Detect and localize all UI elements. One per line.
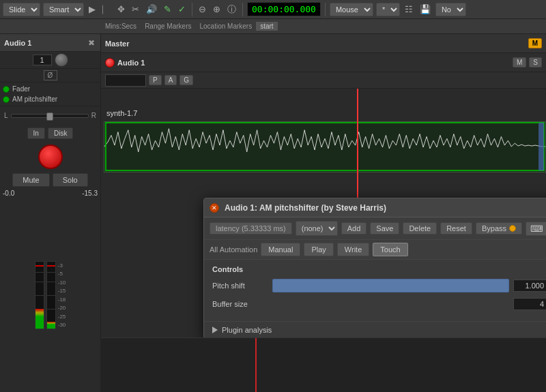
plugin-titlebar: ✕ Audio 1: AM pitchshifter (by Steve Har… — [204, 198, 546, 217]
buffer-size-value[interactable]: 4 — [513, 298, 546, 310]
tick-minus30: -30 — [58, 322, 66, 328]
mins-secs-label: Mins:Secs — [101, 22, 141, 30]
bottom-area — [101, 337, 546, 392]
in-button[interactable]: In — [27, 127, 45, 139]
channel-knob[interactable] — [55, 53, 68, 67]
right-area: Master M Audio 1 M S P A G synth-1.7 — [101, 34, 546, 392]
no-select[interactable]: No — [435, 3, 466, 16]
speaker-icon[interactable]: 🔊 — [144, 3, 159, 16]
record-button[interactable] — [38, 145, 63, 169]
r-label: R — [91, 112, 96, 119]
mode-select[interactable]: Slide — [3, 3, 40, 16]
vu-meter-left — [35, 261, 44, 329]
info-icon[interactable]: ⓘ — [225, 2, 238, 17]
left-sidebar: Audio 1 ✖ 1 Ø Fader AM pitchshifter L — [0, 34, 101, 392]
audio1-fader-input[interactable] — [105, 74, 146, 87]
pitch-shift-value[interactable]: 1.000 — [513, 280, 546, 292]
lr-thumb[interactable] — [46, 112, 53, 121]
fader-led[interactable] — [3, 86, 10, 93]
delete-button[interactable]: Delete — [403, 222, 437, 235]
pitch-shift-slider[interactable] — [272, 279, 509, 292]
pencil-icon[interactable]: ✎ — [162, 3, 173, 16]
audio1-track-row: Audio 1 M S — [101, 53, 546, 72]
db-display: -0.0 -15.3 — [0, 188, 100, 198]
solo-button[interactable]: Solo — [53, 173, 88, 187]
channel-title: Audio 1 — [4, 39, 31, 47]
automation-row: All Automation Manual Play Write Touch — [204, 240, 546, 260]
buffer-size-label: Buffer size — [212, 300, 267, 308]
tick-minus20: -20 — [58, 305, 66, 311]
plugin-toolbar: latency (5.33333 ms) (none) Add Save Del… — [204, 217, 546, 240]
plugin-close-button[interactable]: ✕ — [210, 203, 219, 213]
bottom-playhead — [255, 338, 257, 392]
lr-track[interactable] — [11, 114, 89, 118]
mute-solo-controls: Mute Solo — [0, 173, 100, 187]
plugin-slots: Fader AM pitchshifter — [0, 82, 100, 106]
phase-button[interactable]: Ø — [44, 70, 57, 80]
fader-plugin-name[interactable]: Fader — [12, 85, 30, 93]
audio1-p-button[interactable]: P — [149, 75, 162, 85]
pitchshifter-plugin-name[interactable]: AM pitchshifter — [12, 95, 57, 103]
cut-icon[interactable]: ✂ — [130, 3, 141, 16]
keyboard-icon-button[interactable]: ⌨ — [526, 222, 546, 236]
channel-number: 1 — [33, 55, 52, 65]
audio1-m-button[interactable]: M — [513, 57, 526, 67]
disk-button[interactable]: Disk — [48, 127, 73, 139]
db-right-value: -15.3 — [82, 190, 98, 197]
minus-circle-icon[interactable]: ⊖ — [197, 3, 208, 16]
channel-close-btn[interactable]: ✖ — [87, 38, 96, 48]
plus-circle-icon[interactable]: ⊕ — [211, 3, 222, 16]
add-button[interactable]: Add — [341, 222, 367, 235]
separator-2 — [242, 3, 243, 16]
save-icon[interactable]: 💾 — [418, 3, 433, 16]
buffer-size-row: Buffer size 4 Manual — [212, 298, 546, 310]
top-toolbar: Slide Smart ▶ ⎸ ✥ ✂ 🔊 ✎ ✓ ⊖ ⊕ ⓘ 00:00:00… — [0, 0, 546, 19]
range-markers-label: Range Markers — [141, 22, 195, 30]
clip-name: synth-1.7 — [106, 109, 137, 117]
waveform-clip[interactable]: synth-1.7 — [104, 109, 546, 164]
pitch-shift-row: Pitch shift 1.000 Manual — [212, 279, 546, 292]
audio1-rec-led[interactable] — [105, 58, 115, 67]
master-m-button[interactable]: M — [528, 38, 542, 48]
pitch-shift-label: Pitch shift — [212, 282, 267, 290]
time-display: 00:00:00.000 — [247, 2, 321, 16]
master-label: Master — [105, 40, 524, 48]
star-select[interactable]: * — [376, 3, 400, 16]
main-layout: Audio 1 ✖ 1 Ø Fader AM pitchshifter L — [0, 34, 546, 392]
grid-icon[interactable]: ☷ — [403, 3, 415, 16]
mouse-mode-select[interactable]: Mouse — [330, 3, 373, 16]
manual-automation-btn[interactable]: Manual — [261, 243, 300, 256]
plugin-analysis-row[interactable]: Plugin analysis — [204, 321, 546, 337]
save-button[interactable]: Save — [370, 222, 399, 235]
buffer-size-container: 4 — [272, 298, 546, 310]
plugin-fader-item: Fader — [3, 84, 98, 94]
db-left-value: -0.0 — [3, 190, 14, 197]
mute-button[interactable]: Mute — [12, 173, 49, 187]
plugin-pitchshifter-item: AM pitchshifter — [3, 94, 98, 104]
channel-header: Audio 1 ✖ — [0, 34, 100, 52]
reset-button[interactable]: Reset — [440, 222, 472, 235]
tick-minus18: -18 — [58, 297, 66, 303]
checkmark-icon[interactable]: ✓ — [176, 3, 188, 16]
range-icon[interactable]: ⎸ — [100, 3, 113, 16]
preset-dropdown[interactable]: (none) — [296, 221, 338, 236]
pitchshifter-led[interactable] — [3, 96, 10, 103]
plugin-controls-section: Controls Pitch shift 1.000 Manual — [204, 260, 546, 321]
snap-select[interactable]: Smart — [43, 3, 84, 16]
bypass-button[interactable]: Bypass — [476, 222, 522, 235]
plugin-window: ✕ Audio 1: AM pitchshifter (by Steve Har… — [203, 198, 546, 337]
bypass-label: Bypass — [482, 224, 506, 232]
touch-automation-btn[interactable]: Touch — [373, 243, 407, 256]
cursor-icon[interactable]: ▶ — [87, 3, 98, 16]
location-markers-label: Location Markers — [195, 22, 256, 30]
master-track-row: Master M — [101, 34, 546, 53]
vu-meter-section: -3 -5 -10 -15 -18 -20 -25 -30 — [0, 198, 100, 392]
tick-minus15: -15 — [58, 288, 66, 294]
audio1-g-button[interactable]: G — [179, 75, 193, 85]
audio1-s-button[interactable]: S — [529, 57, 542, 67]
play-automation-btn[interactable]: Play — [304, 243, 333, 256]
write-automation-btn[interactable]: Write — [337, 243, 369, 256]
grab-icon[interactable]: ✥ — [115, 3, 127, 16]
audio1-a-button[interactable]: A — [164, 75, 177, 85]
in-disk-controls: In Disk — [0, 127, 100, 139]
